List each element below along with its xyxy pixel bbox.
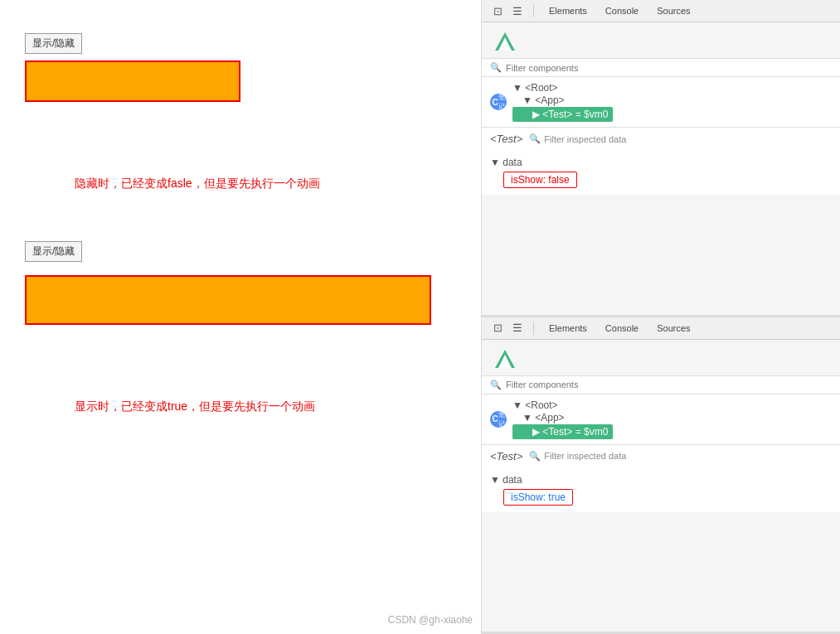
devtools-bottom-toolbar: ⊡ ☰ Elements Console Sources: [482, 317, 840, 340]
inspect-icon-bottom[interactable]: ⊡: [490, 321, 505, 336]
comp-tag-bottom: <Test>: [490, 450, 522, 462]
data-value-top: isShow: false: [503, 172, 577, 188]
bottom-orange-box: [25, 275, 431, 325]
tree-area-top: C笔记 ▼ <Root> ▼ <App> ▶ <Test> = $vm0: [482, 77, 840, 127]
tab-sources-top[interactable]: Sources: [650, 4, 697, 17]
top-section: 显示/隐藏 隐藏时，已经变成fasle，但是要先执行一个动画: [25, 33, 456, 191]
search-icon-inspected-top: 🔍: [529, 133, 541, 144]
data-section-top: ▼ data isShow: false: [482, 153, 840, 195]
data-label-top: ▼ data: [490, 157, 832, 168]
top-annotation-text: 隐藏时，已经变成fasle，但是要先执行一个动画: [75, 177, 456, 191]
tree-area-bottom: C笔记 ▼ <Root> ▼ <App> ▶ <Test> = $vm0: [482, 394, 840, 444]
bottom-show-hide-button[interactable]: 显示/隐藏: [25, 241, 82, 262]
filter-components-bottom[interactable]: 🔍: [482, 376, 840, 394]
tab-console-bottom[interactable]: Console: [599, 322, 645, 335]
bottom-annotation-text: 显示时，已经变成true，但是要先执行一个动画: [75, 399, 456, 414]
right-panel: ⊡ ☰ Elements Console Sources 🔍: [481, 0, 840, 634]
top-orange-box: [25, 60, 240, 102]
tab-sources-bottom[interactable]: Sources: [650, 322, 697, 335]
data-section-bottom: ▼ data isShow: true: [482, 471, 840, 512]
data-value-bottom: isShow: true: [503, 489, 573, 506]
vue-logo-top: [482, 22, 840, 59]
inspect-icon-top[interactable]: ⊡: [490, 3, 505, 18]
tree-row-bottom[interactable]: C笔记 ▼ <Root> ▼ <App> ▶ <Test> = $vm0: [482, 398, 840, 441]
tree-row-top[interactable]: C笔记 ▼ <Root> ▼ <App> ▶ <Test> = $vm0: [482, 80, 840, 123]
filter-inspected-label-bottom: Filter inspected data: [544, 451, 626, 461]
tree-root-top[interactable]: ▼ <Root>: [512, 82, 613, 94]
toolbar-sep-bottom: [533, 322, 534, 335]
c-badge-bottom: C笔记: [490, 411, 507, 428]
filter-inspected-top[interactable]: 🔍 Filter inspected data: [529, 133, 626, 144]
toolbar-sep-top: [533, 4, 534, 17]
data-label-bottom: ▼ data: [490, 474, 832, 486]
search-icon-inspected-bottom: 🔍: [529, 451, 541, 462]
filter-components-input-top[interactable]: [506, 63, 832, 73]
filter-components-top[interactable]: 🔍: [482, 59, 840, 77]
filter-components-input-bottom[interactable]: [506, 380, 832, 390]
device-icon-top[interactable]: ☰: [510, 3, 525, 18]
tree-test-bottom[interactable]: ▶ <Test> = $vm0: [512, 424, 613, 439]
tab-elements-bottom[interactable]: Elements: [542, 322, 594, 335]
vue-logo-bottom: [482, 340, 840, 376]
watermark: CSDN @gh-xiaohe: [388, 614, 473, 626]
device-icon-bottom[interactable]: ☰: [510, 321, 525, 336]
comp-tag-top: <Test>: [490, 133, 522, 145]
tree-app-bottom[interactable]: ▼ <App>: [512, 412, 613, 423]
devtools-top-panel: ⊡ ☰ Elements Console Sources 🔍: [482, 0, 840, 317]
filter-inspected-bottom[interactable]: 🔍 Filter inspected data: [529, 451, 626, 462]
c-badge-top: C笔记: [490, 94, 507, 110]
tree-test-top[interactable]: ▶ <Test> = $vm0: [512, 107, 613, 122]
tab-console-top[interactable]: Console: [599, 4, 645, 17]
component-info-top: <Test> 🔍 Filter inspected data: [482, 127, 840, 153]
left-panel: 显示/隐藏 隐藏时，已经变成fasle，但是要先执行一个动画 显示/隐藏 显示时…: [0, 0, 481, 634]
tree-root-bottom[interactable]: ▼ <Root>: [512, 399, 613, 411]
search-icon-top: 🔍: [490, 62, 502, 73]
devtools-bottom-panel: ⊡ ☰ Elements Console Sources 🔍: [482, 317, 840, 635]
bottom-section: 显示/隐藏 显示时，已经变成true，但是要先执行一个动画: [25, 241, 456, 414]
search-icon-bottom: 🔍: [490, 380, 502, 390]
devtools-top-toolbar: ⊡ ☰ Elements Console Sources: [482, 0, 840, 22]
vue-logo-svg-bottom: [492, 346, 518, 370]
filter-inspected-label-top: Filter inspected data: [544, 134, 626, 144]
component-header-top: <Test> 🔍 Filter inspected data: [490, 133, 832, 145]
vue-logo-svg-top: [492, 29, 518, 52]
component-header-bottom: <Test> 🔍 Filter inspected data: [490, 450, 832, 462]
component-info-bottom: <Test> 🔍 Filter inspected data: [482, 444, 840, 471]
tree-app-top[interactable]: ▼ <App>: [512, 94, 613, 106]
tab-elements-top[interactable]: Elements: [542, 4, 594, 17]
top-show-hide-button[interactable]: 显示/隐藏: [25, 33, 82, 54]
